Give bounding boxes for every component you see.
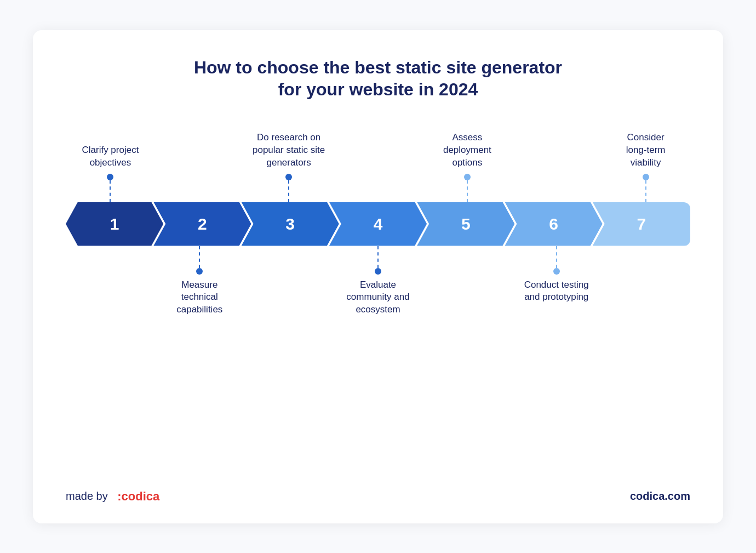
step-5-dashed [467,180,468,202]
step-2-bottom-label: Measuretechnicalcapabilities [155,246,244,317]
top-labels-row: Clarify projectobjectives Do research on… [66,131,690,202]
main-title: How to choose the best static site gener… [194,56,562,100]
step-3-top-label: Do research onpopular static sitegenerat… [244,132,334,202]
step-7-dashed [645,180,646,202]
arrow-bar: 1 2 3 4 5 6 7 [66,202,690,246]
step-4-dashed-bottom [377,246,379,268]
step-3-segment: 3 [242,202,339,246]
step-6-bottom-label: Conduct testingand prototyping [512,246,601,304]
step-7-top-label: Considerlong-termviability [601,132,690,202]
step-2-dashed-bottom [199,246,200,268]
step-7-segment: 7 [593,202,690,246]
main-card: How to choose the best static site gener… [33,30,723,523]
step-7-connector [643,174,649,202]
step-1-dashed [110,180,111,202]
footer: made by :codica codica.com [66,481,690,504]
step-5-connector [464,174,471,202]
step-6-connector-bottom [553,246,560,275]
step-4-segment: 4 [329,202,427,246]
step-3-connector [285,174,292,202]
step-5-dot [464,174,471,180]
step-1-segment: 1 [66,202,163,246]
step-1-dot [107,174,113,180]
step-4-bottom-label: Evaluatecommunity andecosystem [334,246,423,317]
step-2-segment: 2 [153,202,251,246]
made-by-label: made by :codica [66,489,159,504]
step-1-connector [107,174,113,202]
step-7-dot [643,174,649,180]
step-5-top-label: Assessdeploymentoptions [422,132,512,202]
step-5-segment: 5 [417,202,514,246]
website-url: codica.com [630,490,690,503]
step-6-dot-bottom [553,268,560,275]
step-4-connector-bottom [375,246,381,275]
step-2-connector-bottom [196,246,203,275]
diagram-area: Clarify projectobjectives Do research on… [66,131,690,481]
step-1-top-label: Clarify projectobjectives [66,144,155,202]
step-4-dot-bottom [375,268,381,275]
bottom-labels-row: Measuretechnicalcapabilities Evaluatecom… [66,246,690,323]
step-3-dashed [288,180,289,202]
step-6-segment: 6 [505,202,602,246]
step-6-dashed-bottom [556,246,557,268]
step-3-dot [285,174,292,180]
brand-logo: :codica [117,489,159,504]
step-2-dot-bottom [196,268,203,275]
